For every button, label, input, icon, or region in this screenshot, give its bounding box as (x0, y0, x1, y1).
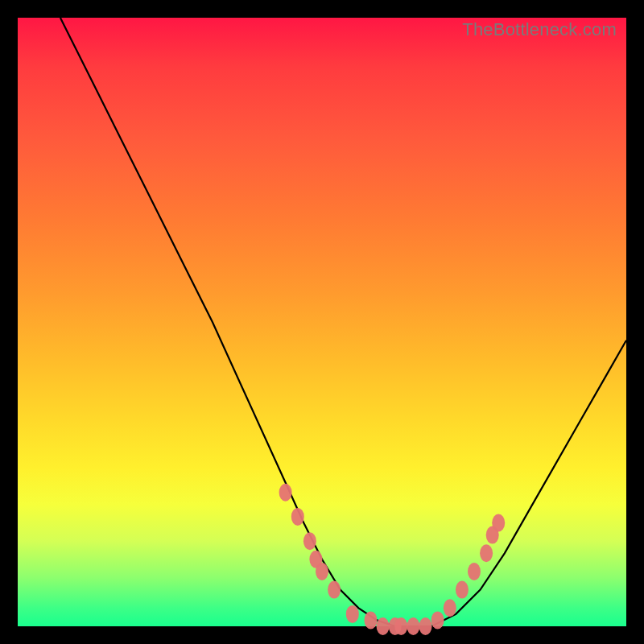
curve-marker (444, 599, 456, 617)
curve-line (60, 18, 626, 626)
curve-marker (394, 617, 407, 635)
curve-marker (407, 617, 419, 635)
curve-marker (492, 514, 505, 532)
curve-marker (303, 532, 316, 550)
curve-marker (346, 605, 359, 623)
curve-marker (480, 544, 493, 562)
curve-marker (365, 611, 378, 629)
curve-marker (431, 611, 444, 629)
plot-area: TheBottleneck.com (18, 18, 626, 626)
curve-marker (377, 617, 390, 635)
curve-marker (419, 617, 432, 635)
curve-marker (328, 581, 341, 599)
chart-frame: TheBottleneck.com (0, 0, 644, 644)
curve-marker (279, 484, 292, 502)
curve-marker (456, 581, 469, 599)
curve-marker (468, 563, 481, 580)
curve-marker (291, 508, 304, 526)
curve-markers (279, 484, 506, 635)
curve-marker (316, 563, 328, 580)
bottleneck-curve (18, 18, 626, 626)
